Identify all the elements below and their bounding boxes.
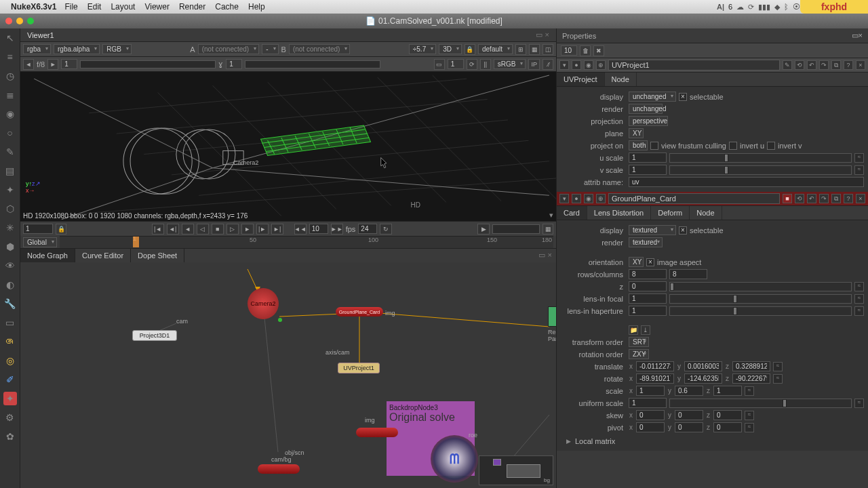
clip-icon[interactable]: ◫	[542, 44, 553, 55]
close-pane2-icon[interactable]: ×	[548, 251, 552, 260]
collapse-icon[interactable]: ▾	[559, 60, 569, 70]
close-pane-icon[interactable]: ×	[545, 30, 549, 39]
pointer-icon[interactable]: ↖	[3, 31, 17, 45]
node-groundplane[interactable]: GroundPlane_Card	[336, 307, 383, 317]
node-read-thumb[interactable]	[548, 306, 556, 327]
z-anim[interactable]: ≈	[854, 282, 864, 291]
node2-icon[interactable]: ◉	[584, 194, 593, 203]
lock-icon[interactable]: 🔒	[465, 44, 475, 55]
float-props-icon[interactable]: ▭	[852, 31, 859, 39]
invv-checkbox[interactable]	[767, 142, 775, 150]
color-icon[interactable]: ✎	[3, 145, 17, 159]
viewer-menu-icon[interactable]: ▾	[549, 211, 553, 220]
tab-lensdist[interactable]: Lens Distortion	[587, 206, 651, 220]
views-icon[interactable]: 👁	[3, 259, 17, 272]
layers-icon[interactable]: ≡	[3, 50, 17, 64]
tab-uvproject-node[interactable]: Node	[605, 73, 637, 86]
play-fwd-button[interactable]: ►	[241, 224, 254, 235]
lensfocal-slider[interactable]	[669, 294, 852, 304]
red-tool-icon[interactable]: ✦	[3, 392, 17, 405]
node-name2-input[interactable]	[608, 193, 780, 204]
help-icon[interactable]: ?	[844, 60, 853, 70]
play-back-button[interactable]: ◄	[182, 224, 194, 235]
redo-icon[interactable]: ↷	[819, 60, 829, 70]
menu-icon[interactable]: ≣	[3, 88, 17, 102]
card-display-dropdown[interactable]: textured	[629, 225, 676, 235]
node-icon[interactable]: ◉	[584, 60, 593, 70]
import-icon[interactable]: ⤓	[641, 325, 650, 335]
fps-input[interactable]	[358, 224, 377, 234]
roi-icon[interactable]: ⊞	[515, 44, 526, 55]
lensfocal-input[interactable]	[629, 293, 667, 304]
torder-dropdown[interactable]: SRT	[629, 337, 649, 347]
undo-icon[interactable]: ↶	[807, 60, 816, 70]
panel-header-uvproject[interactable]: ▾ ● ◉ ⊕ ✎ ⟲ ↶ ↷ ⧉ ? ×	[557, 58, 868, 73]
menu-help[interactable]: Help	[248, 2, 265, 12]
wipe-dropdown[interactable]: -	[262, 44, 278, 54]
node-color-icon[interactable]: ●	[572, 60, 581, 70]
tab-card[interactable]: Card	[557, 206, 587, 220]
sk-anim[interactable]: ≈	[745, 411, 754, 420]
node-camera[interactable]: Camera2	[248, 288, 279, 319]
filter-icon[interactable]: ▤	[3, 164, 17, 178]
zoom-dropdown[interactable]: ÷5.7	[409, 44, 436, 54]
uniform-input[interactable]	[629, 398, 667, 408]
3d-icon[interactable]: ⬢	[3, 240, 17, 253]
menu-render[interactable]: Render	[179, 2, 205, 12]
lensfocal-anim[interactable]: ≈	[854, 294, 864, 304]
vscale-anim[interactable]: ≈	[854, 165, 864, 175]
keyer-icon[interactable]: ✦	[3, 183, 17, 197]
ip-button[interactable]: IP	[528, 59, 540, 70]
traffic-lights[interactable]	[5, 18, 34, 24]
gain-input[interactable]	[61, 59, 77, 69]
colorspace-dropdown[interactable]: RGB	[102, 44, 132, 54]
tab-curve-editor[interactable]: Curve Editor	[75, 249, 131, 262]
viewer-canvas[interactable]: Camera2 y↑z↗x→ HD HD 1920x1080 bbox:	[20, 72, 556, 221]
gain-slider[interactable]	[80, 60, 216, 68]
p-anim[interactable]: ≈	[745, 423, 754, 432]
ty-input[interactable]	[684, 361, 722, 371]
step-back-button[interactable]: ◁	[197, 224, 209, 235]
gear2-icon[interactable]: ✿	[3, 430, 17, 443]
gamma-input[interactable]	[226, 59, 242, 69]
circle-icon[interactable]: ○	[3, 126, 17, 140]
brush-icon[interactable]: ✐	[3, 373, 17, 386]
plane-dropdown[interactable]: XY	[629, 128, 644, 138]
node-uvproject[interactable]: UVProject1	[338, 363, 380, 373]
input-a-dropdown[interactable]: (not connected)	[198, 44, 260, 54]
node-bottomred[interactable]	[258, 464, 300, 474]
file-icon[interactable]: 📁	[629, 325, 638, 335]
refresh-icon[interactable]: ⟳	[467, 59, 477, 70]
cache-menu-icon[interactable]: ▦	[542, 224, 553, 235]
uscale-anim[interactable]: ≈	[854, 153, 864, 163]
channel-icon[interactable]: ◉	[3, 107, 17, 121]
rows-input[interactable]	[629, 269, 667, 279]
float-pane2-icon[interactable]: ▭	[538, 251, 545, 260]
invu-checkbox[interactable]	[729, 142, 737, 150]
skip-back-button[interactable]: ◄◄	[294, 224, 307, 235]
z-slider[interactable]	[669, 282, 852, 291]
timeline-ruler[interactable]: 1 50 100 150 180	[60, 236, 553, 248]
flipbook-button[interactable]: ▶	[477, 224, 490, 235]
input-b-dropdown[interactable]: (not connected)	[289, 44, 351, 54]
close2-icon[interactable]: ×	[856, 194, 865, 203]
tab-uvproject[interactable]: UVProject	[557, 73, 605, 86]
card-render-dropdown[interactable]: textured	[629, 237, 663, 247]
vscale-input[interactable]	[629, 165, 667, 175]
lenshap-input[interactable]	[629, 306, 667, 316]
panel-header-card[interactable]: ▾ ● ◉ ⊕ ■ ⟲ ↶ ↷ ⧉ ? ×	[557, 192, 868, 206]
view-mode-dropdown[interactable]: 3D	[439, 44, 462, 54]
close-panel-icon[interactable]: ×	[856, 60, 865, 70]
nodegraph-canvas[interactable]: Camera2 cam Project3D1 GroundPlane_Card …	[20, 262, 556, 488]
z-input[interactable]	[629, 281, 667, 291]
loop-button[interactable]: ↻	[380, 224, 392, 235]
py-input[interactable]	[675, 422, 703, 432]
help2-icon[interactable]: ?	[844, 194, 853, 203]
lut-dropdown[interactable]: sRGB	[494, 59, 526, 69]
alpha-dropdown[interactable]: rgba.alpha	[54, 44, 100, 54]
float2-icon[interactable]: ⧉	[831, 194, 841, 203]
tz-input[interactable]	[732, 361, 770, 371]
s-anim[interactable]: ≈	[745, 386, 754, 396]
next-key-button[interactable]: |►	[256, 224, 269, 235]
float-icon[interactable]: ⧉	[831, 60, 841, 70]
